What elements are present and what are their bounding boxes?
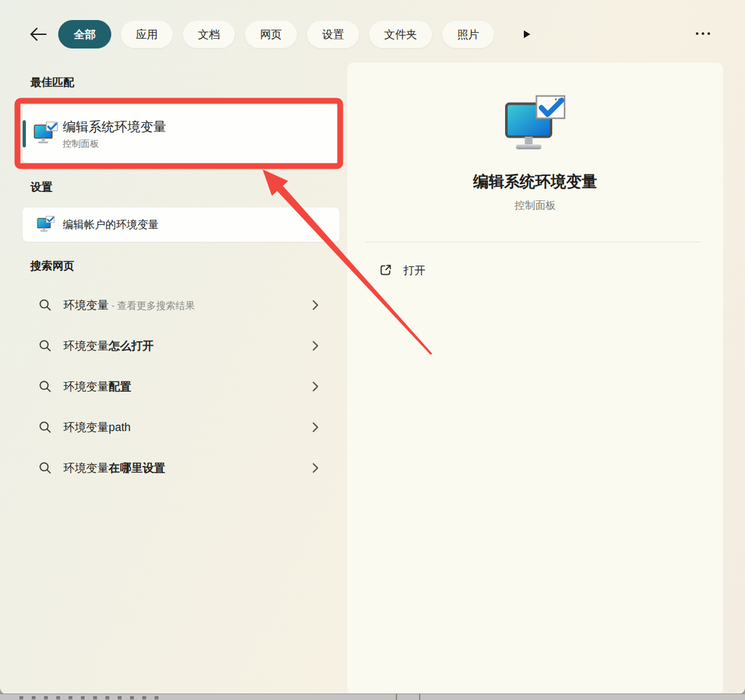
preview-title: 编辑系统环境变量 [347,171,723,192]
chevron-right-icon [312,422,319,432]
settings-heading: 设置 [30,180,52,195]
filter-expand-button[interactable] [519,29,535,39]
windows-search-flyout: 全部 应用 文档 网页 设置 文件夹 照片 最佳匹配 编辑系统环境变量 控制面板 [0,0,745,700]
suggestion-suffix: 配置 [109,380,131,393]
taskbar-partial-icons [19,696,167,699]
taskbar-divider [396,694,397,700]
web-suggestion-row[interactable]: 环境变量 - 查看更多搜索结果 [23,291,340,319]
filter-tab-apps[interactable]: 应用 [120,20,173,48]
result-title: 编辑系统环境变量 [63,118,166,136]
preview-subtitle: 控制面板 [347,199,723,213]
suggestion-query: 环境变量 [63,421,109,434]
more-options-icon [702,32,704,35]
search-icon [39,421,52,434]
filter-tab-settings[interactable]: 设置 [307,20,360,48]
suggestion-query: 环境变量 [63,299,109,312]
selection-indicator [23,120,26,147]
app-icon [37,216,55,233]
suggestion-query: 环境变量 [63,461,109,474]
filter-tab-documents[interactable]: 文档 [182,20,235,48]
app-icon [34,122,58,145]
web-suggestion-row[interactable]: 环境变量怎么打开 [23,332,340,360]
open-external-icon [378,263,393,277]
filter-tab-photos[interactable]: 照片 [442,20,495,48]
back-icon [29,27,47,41]
filter-tab-all[interactable]: 全部 [58,20,111,48]
open-action[interactable]: 打开 [378,260,426,281]
taskbar-strip [0,694,745,700]
filter-expand-icon [523,30,531,39]
suggestion-suffix: 怎么打开 [109,339,154,352]
more-options-icon [707,32,710,35]
best-match-item[interactable]: 编辑系统环境变量 控制面板 [23,105,340,163]
search-icon [39,299,52,312]
search-icon [39,461,52,474]
filter-bar: 全部 应用 文档 网页 设置 文件夹 照片 [27,20,535,48]
result-subtitle: 控制面板 [63,138,166,150]
taskbar-divider [419,694,420,700]
open-label: 打开 [404,263,426,278]
preview-app-icon [504,95,567,153]
settings-result-item[interactable]: 编辑帐户的环境变量 [23,207,340,242]
chevron-right-icon [312,381,319,392]
filter-tab-web[interactable]: 网页 [244,20,297,48]
suggestion-suffix: - 查看更多搜索结果 [109,300,195,311]
suggestion-query: 环境变量 [63,380,109,393]
divider [365,242,701,242]
web-suggestion-row[interactable]: 环境变量path [23,413,340,441]
search-icon [39,339,52,352]
more-options-button[interactable] [692,28,714,39]
best-match-heading: 最佳匹配 [30,75,74,90]
search-window: 全部 应用 文档 网页 设置 文件夹 照片 最佳匹配 编辑系统环境变量 控制面板 [0,0,745,694]
suggestion-suffix: path [109,421,131,434]
filter-tab-folders[interactable]: 文件夹 [369,20,433,48]
chevron-right-icon [312,341,319,351]
web-suggestion-row[interactable]: 环境变量配置 [23,372,340,401]
web-suggestion-row[interactable]: 环境变量在哪里设置 [23,454,340,482]
search-icon [39,380,52,393]
suggestion-suffix: 在哪里设置 [109,461,166,474]
more-options-icon [696,32,698,35]
chevron-right-icon [312,300,319,310]
chevron-right-icon [312,463,319,473]
suggestion-query: 环境变量 [63,339,109,352]
web-search-heading: 搜索网页 [30,259,74,273]
back-button[interactable] [27,20,49,48]
preview-panel: 编辑系统环境变量 控制面板 打开 [347,63,723,694]
